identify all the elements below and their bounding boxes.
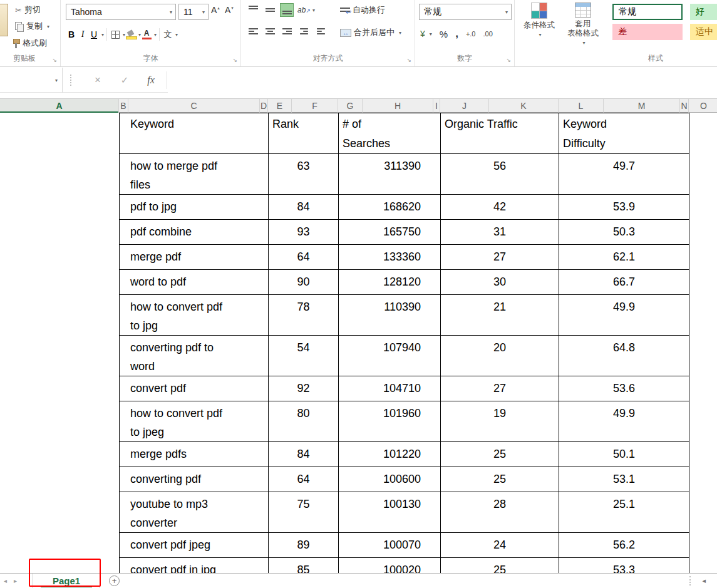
- orientation-button[interactable]: ab↗ ▾: [297, 3, 316, 17]
- insert-function-button[interactable]: fx: [143, 68, 159, 93]
- font-size-select[interactable]: 11 ▾: [178, 4, 209, 20]
- cell-difficulty[interactable]: 50.3: [559, 220, 689, 245]
- wrap-text-button[interactable]: ↩ 自动换行: [340, 4, 385, 16]
- cell-style-option[interactable]: 常规: [612, 4, 683, 20]
- align-right-button[interactable]: [280, 26, 294, 39]
- column-header-L[interactable]: L: [559, 99, 604, 113]
- column-header-J[interactable]: J: [440, 99, 489, 113]
- cell-rank[interactable]: 54: [269, 336, 339, 376]
- cell-traffic[interactable]: 31: [441, 220, 559, 245]
- cell-difficulty[interactable]: 53.9: [559, 195, 689, 220]
- cell-rank[interactable]: 64: [269, 245, 339, 270]
- chevron-down-icon[interactable]: ▾: [154, 32, 157, 38]
- table-header-cell[interactable]: Keyword: [120, 113, 269, 154]
- cell-difficulty[interactable]: 50.1: [559, 442, 689, 467]
- cell-style-option[interactable]: 差: [612, 24, 683, 40]
- scrollbar-left-arrow[interactable]: ◂: [702, 577, 706, 585]
- cell-keyword[interactable]: converting pdf: [120, 467, 269, 492]
- bold-button[interactable]: B: [66, 28, 77, 41]
- grid-area[interactable]: KeywordRank# of SearchesOrganic TrafficK…: [0, 113, 717, 573]
- cell-style-option[interactable]: 适中: [690, 24, 717, 40]
- cell-searches[interactable]: 100070: [339, 533, 441, 558]
- cell-keyword[interactable]: converting pdf to word: [120, 336, 269, 376]
- column-header-O[interactable]: O: [689, 99, 717, 113]
- cell-keyword[interactable]: youtube to mp3 converter: [120, 492, 269, 533]
- top-align-button[interactable]: [246, 3, 260, 17]
- cell-traffic[interactable]: 27: [441, 245, 559, 270]
- new-sheet-button[interactable]: +: [109, 575, 120, 586]
- cell-rank[interactable]: 78: [269, 295, 339, 336]
- column-header-A[interactable]: A: [0, 99, 119, 113]
- copy-button[interactable]: 复制 ▾: [15, 20, 49, 33]
- comma-style-button[interactable]: ,: [455, 28, 458, 40]
- cut-button[interactable]: ✂ 剪切: [15, 4, 41, 16]
- cell-difficulty[interactable]: 49.7: [559, 154, 689, 195]
- cell-searches[interactable]: 311390: [339, 154, 441, 195]
- cell-traffic[interactable]: 25: [441, 442, 559, 467]
- cell-keyword[interactable]: word to pdf: [120, 270, 269, 295]
- tab-scroll-left-button[interactable]: ◂: [4, 577, 7, 584]
- increase-font-size-button[interactable]: A▴: [211, 5, 220, 15]
- cell-searches[interactable]: 100600: [339, 467, 441, 492]
- cell-searches[interactable]: 110390: [339, 295, 441, 336]
- cell-keyword[interactable]: how to convert pdf to jpg: [120, 295, 269, 336]
- cell-difficulty[interactable]: 62.1: [559, 245, 689, 270]
- cell-rank[interactable]: 93: [269, 220, 339, 245]
- column-header-B[interactable]: B: [119, 99, 128, 113]
- cell-searches[interactable]: 104710: [339, 376, 441, 401]
- decrease-font-size-button[interactable]: A▾: [225, 5, 234, 15]
- borders-button[interactable]: [110, 28, 121, 41]
- cell-traffic[interactable]: 25: [441, 558, 559, 574]
- fill-color-button[interactable]: [125, 28, 137, 41]
- cell-traffic[interactable]: 28: [441, 492, 559, 533]
- cell-traffic[interactable]: 25: [441, 467, 559, 492]
- number-dialog-launcher[interactable]: ↘: [506, 58, 511, 63]
- cell-style-option[interactable]: 好: [690, 4, 717, 20]
- cell-searches[interactable]: 101220: [339, 442, 441, 467]
- cell-traffic[interactable]: 27: [441, 376, 559, 401]
- cell-traffic[interactable]: 56: [441, 154, 559, 195]
- number-format-select[interactable]: 常规 ▾: [419, 4, 512, 20]
- align-left-button[interactable]: [246, 26, 260, 39]
- cell-searches[interactable]: 101960: [339, 401, 441, 442]
- middle-align-button[interactable]: [263, 3, 277, 17]
- format-painter-button[interactable]: 格式刷: [12, 37, 47, 49]
- cell-keyword[interactable]: pdf to jpg: [120, 195, 269, 220]
- column-header-E[interactable]: E: [268, 99, 292, 113]
- column-header-M[interactable]: M: [604, 99, 680, 113]
- column-header-C[interactable]: C: [128, 99, 260, 113]
- cell-difficulty[interactable]: 25.1: [559, 492, 689, 533]
- font-dialog-launcher[interactable]: ↘: [232, 58, 237, 63]
- cell-searches[interactable]: 165750: [339, 220, 441, 245]
- cell-rank[interactable]: 84: [269, 442, 339, 467]
- cell-searches[interactable]: 100020: [339, 558, 441, 574]
- cell-difficulty[interactable]: 66.7: [559, 270, 689, 295]
- name-box[interactable]: ▾: [0, 68, 63, 93]
- increase-indent-button[interactable]: [314, 26, 328, 39]
- phonetic-guide-button[interactable]: 文: [162, 28, 173, 41]
- cancel-button[interactable]: ×: [90, 68, 106, 93]
- decrease-indent-button[interactable]: [297, 26, 311, 39]
- font-color-button[interactable]: A: [141, 28, 152, 41]
- cell-searches[interactable]: 100130: [339, 492, 441, 533]
- column-header-F[interactable]: F: [292, 99, 338, 113]
- cell-difficulty[interactable]: 53.1: [559, 467, 689, 492]
- cell-keyword[interactable]: convert pdf in jpg: [120, 558, 269, 574]
- cell-traffic[interactable]: 19: [441, 401, 559, 442]
- cell-keyword[interactable]: how to convert pdf to jpeg: [120, 401, 269, 442]
- cell-keyword[interactable]: how to merge pdf files: [120, 154, 269, 195]
- formula-bar-handle[interactable]: [70, 75, 71, 86]
- cell-rank[interactable]: 92: [269, 376, 339, 401]
- cell-keyword[interactable]: convert pdf jpeg: [120, 533, 269, 558]
- merge-center-button[interactable]: ↔ 合并后居中 ▾: [340, 27, 401, 38]
- cell-difficulty[interactable]: 53.6: [559, 376, 689, 401]
- cell-searches[interactable]: 133360: [339, 245, 441, 270]
- cell-searches[interactable]: 107940: [339, 336, 441, 376]
- column-header-G[interactable]: G: [338, 99, 363, 113]
- table-header-cell[interactable]: Rank: [269, 113, 339, 154]
- cell-difficulty[interactable]: 64.8: [559, 336, 689, 376]
- cell-keyword[interactable]: convert pdf: [120, 376, 269, 401]
- cell-keyword[interactable]: pdf combine: [120, 220, 269, 245]
- cell-rank[interactable]: 80: [269, 401, 339, 442]
- cell-rank[interactable]: 90: [269, 270, 339, 295]
